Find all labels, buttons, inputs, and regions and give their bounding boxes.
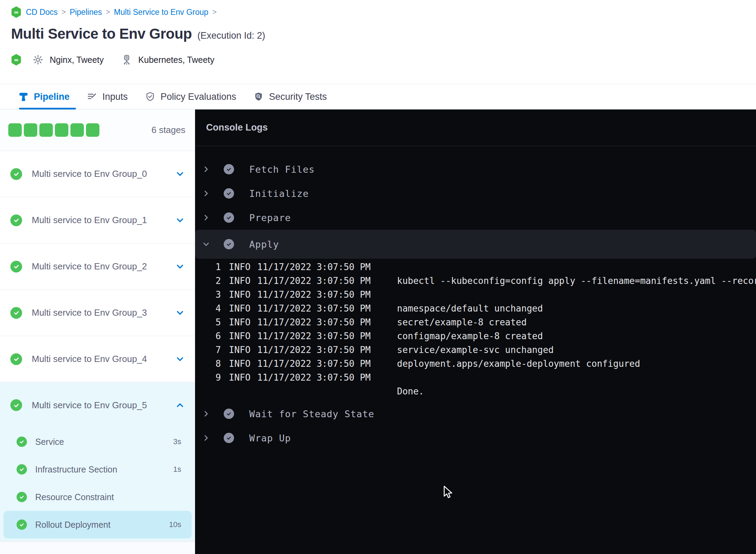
step-row-service[interactable]: Service 3s — [3, 428, 192, 456]
log-line: 5 INFO 11/17/2022 3:07:50 PM secret/exam… — [195, 315, 756, 329]
tab-pipeline-label: Pipeline — [34, 92, 70, 102]
chevron-down-icon[interactable] — [175, 354, 185, 364]
stage-progress-square[interactable] — [8, 123, 22, 137]
log-level: INFO — [221, 331, 257, 341]
success-check-icon — [17, 437, 27, 447]
success-check-icon — [10, 307, 22, 319]
step-label: Rollout Deployment — [35, 520, 110, 530]
stage-label: Multi service to Env Group_4 — [32, 354, 147, 364]
console-step-label: Apply — [249, 239, 279, 250]
step-row-rollout-deployment[interactable]: Rollout Deployment 10s — [3, 511, 192, 538]
log-level: INFO — [221, 345, 257, 355]
chevron-right-icon[interactable] — [202, 410, 210, 418]
inputs-icon — [87, 92, 97, 102]
stages-count-label: 6 stages — [152, 125, 185, 135]
tab-policy-evaluations[interactable]: Policy Evaluations — [145, 92, 236, 102]
console-step-label: Fetch Files — [249, 164, 315, 175]
chevron-down-icon[interactable] — [175, 308, 185, 317]
log-line: 1 INFO 11/17/2022 3:07:50 PM — [195, 260, 756, 274]
execution-id-label: (Execution Id: 2) — [197, 30, 265, 41]
log-line-number: 9 — [195, 372, 221, 383]
stage-progress-square[interactable] — [24, 123, 37, 137]
stage-progress-bar — [8, 123, 99, 137]
log-line-number: 5 — [195, 317, 221, 327]
svg-text:∞: ∞ — [14, 9, 18, 16]
log-line-number: 7 — [195, 345, 221, 355]
success-check-icon — [17, 492, 27, 502]
log-message: service/example-svc unchanged — [397, 345, 756, 355]
console-step-wrap-up[interactable]: Wrap Up — [195, 426, 756, 450]
log-message: Done. — [397, 386, 756, 397]
breadcrumb-link-pipelines[interactable]: Pipelines — [70, 8, 102, 17]
chevron-down-icon[interactable] — [202, 240, 210, 248]
step-row-resource-constraint[interactable]: Resource Constraint — [3, 483, 192, 511]
stage-progress-square[interactable] — [39, 123, 53, 137]
stage-progress-section: 6 stages — [0, 109, 195, 151]
chevron-down-icon[interactable] — [175, 169, 185, 179]
stage-row[interactable]: Multi service to Env Group_2 — [0, 243, 195, 290]
stage-row[interactable]: Multi service to Env Group_1 — [0, 197, 195, 243]
breadcrumb-separator: > — [106, 8, 110, 17]
harness-cd-logo-icon: ∞ — [10, 6, 22, 18]
log-line: 6 INFO 11/17/2022 3:07:50 PM configmap/e… — [195, 329, 756, 343]
stage-row-expanded[interactable]: Multi service to Env Group_5 — [0, 382, 195, 428]
log-level: INFO — [221, 359, 257, 369]
log-level: INFO — [221, 262, 257, 272]
console-step-apply[interactable]: Apply — [195, 230, 756, 259]
stage-progress-square[interactable] — [55, 123, 68, 137]
log-line: 3 INFO 11/17/2022 3:07:50 PM — [195, 288, 756, 302]
harness-cd-logo-icon: ∞ — [10, 54, 22, 66]
expanded-stage-block: Multi service to Env Group_5 Service 3s … — [0, 382, 195, 542]
stage-progress-square[interactable] — [70, 123, 84, 137]
breadcrumb-link-cd-docs[interactable]: CD Docs — [26, 8, 58, 17]
breadcrumb-link-pipeline-name[interactable]: Multi Service to Env Group — [114, 8, 209, 17]
stage-row[interactable]: Multi service to Env Group_3 — [0, 290, 195, 336]
console-step-label: Prepare — [249, 212, 291, 223]
console-step-wait-for-steady-state[interactable]: Wait for Steady State — [195, 402, 756, 426]
success-check-icon — [10, 261, 22, 273]
console-step-initialize[interactable]: Initialize — [195, 181, 756, 206]
chevron-down-icon[interactable] — [175, 262, 185, 271]
step-row-infrastructure[interactable]: Infrastructure Section 1s — [3, 456, 192, 483]
execution-meta-row: ∞ Nginx, Tweety Kubernetes, Tweety — [10, 52, 214, 68]
console-title: Console Logs — [206, 122, 268, 133]
log-timestamp: 11/17/2022 3:07:50 PM — [257, 317, 397, 327]
success-check-icon — [17, 519, 27, 530]
step-success-icon — [224, 164, 234, 174]
stage-label: Multi service to Env Group_1 — [32, 215, 147, 226]
tab-security-tests[interactable]: Security Tests — [253, 92, 327, 102]
stage-progress-square[interactable] — [86, 123, 99, 137]
log-line: 7 INFO 11/17/2022 3:07:50 PM service/exa… — [195, 343, 756, 357]
log-lines: 1 INFO 11/17/2022 3:07:50 PM 2 INFO 11/1… — [195, 259, 756, 402]
log-timestamp: 11/17/2022 3:07:50 PM — [257, 345, 397, 355]
shield-search-icon — [253, 92, 264, 102]
log-line: 4 INFO 11/17/2022 3:07:50 PM namespace/d… — [195, 302, 756, 315]
chevron-right-icon[interactable] — [202, 434, 210, 442]
chevron-right-icon[interactable] — [202, 165, 210, 173]
console-header: Console Logs — [195, 109, 756, 146]
console-step-fetch-files[interactable]: Fetch Files — [195, 157, 756, 181]
stage-row[interactable]: Multi service to Env Group_0 — [0, 151, 195, 197]
step-label: Service — [35, 437, 64, 447]
tab-pipeline[interactable]: Pipeline — [18, 92, 70, 102]
console-step-label: Wait for Steady State — [249, 409, 374, 419]
step-duration: 10s — [169, 520, 181, 529]
step-success-icon — [224, 188, 234, 199]
console-step-prepare[interactable]: Prepare — [195, 206, 756, 230]
tab-policy-label: Policy Evaluations — [161, 92, 236, 102]
step-success-icon — [224, 239, 234, 249]
log-level: INFO — [221, 289, 257, 300]
infrastructure-icon — [121, 54, 132, 65]
tab-inputs[interactable]: Inputs — [87, 92, 128, 102]
chevron-right-icon[interactable] — [202, 213, 210, 222]
chevron-right-icon[interactable] — [202, 189, 210, 198]
log-level: INFO — [221, 317, 257, 327]
breadcrumb-separator: > — [61, 8, 66, 17]
stage-row[interactable]: Multi service to Env Group_4 — [0, 336, 195, 382]
log-timestamp: 11/17/2022 3:07:50 PM — [257, 331, 397, 341]
chevron-up-icon[interactable] — [175, 401, 185, 410]
log-message: namespace/default unchanged — [397, 303, 756, 314]
log-timestamp: 11/17/2022 3:07:50 PM — [257, 289, 397, 300]
chevron-down-icon[interactable] — [175, 216, 185, 225]
success-check-icon — [10, 353, 22, 365]
